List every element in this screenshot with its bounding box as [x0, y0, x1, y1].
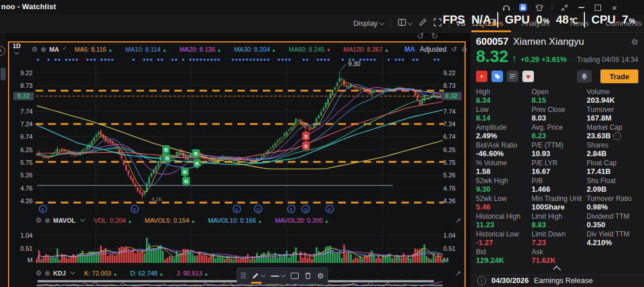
sell-marker[interactable]: S: [302, 140, 310, 150]
field-value: -1.27: [476, 238, 532, 247]
indicator-chip[interactable]: MAVOL20: 0.200▲: [275, 217, 329, 224]
indicator-remove-icon[interactable]: ⊗: [41, 45, 46, 53]
layout-columns-dropdown[interactable]: [398, 19, 412, 28]
chevron-down-icon: [407, 21, 412, 25]
up-triangle-icon: ▲: [108, 48, 112, 53]
indicator-chip[interactable]: VOL: 0.204▲: [94, 217, 132, 224]
adjusted-dropdown[interactable]: Adjusted: [420, 45, 447, 53]
indicator-chip[interactable]: MA120: 8.267▲: [344, 46, 389, 53]
chevron-down-icon[interactable]: [80, 217, 84, 222]
reset-zoom-icon[interactable]: ↺: [451, 45, 457, 53]
trade-button[interactable]: Trade: [600, 69, 638, 83]
quote-settings-icon[interactable]: ⚙: [631, 37, 638, 46]
svg-text:5.75: 5.75: [21, 159, 33, 166]
expand-pane-icon[interactable]: ↗: [455, 216, 461, 224]
zoom-out-icon[interactable]: ⊖: [462, 45, 467, 53]
info-dots-icon[interactable]: ···: [613, 132, 621, 140]
earnings-release-row[interactable]: i 04/30/2026 Earnings Release: [470, 274, 644, 286]
quote-field: P/B1.466: [532, 177, 587, 195]
indicator-chip[interactable]: MAVOL5: 0.154▲: [145, 217, 195, 224]
indicator-chip[interactable]: K: 72.003▲: [84, 270, 118, 277]
cn-market-flag-icon: ★: [476, 71, 487, 82]
chart-panel[interactable]: 1D ⚙ ⊗ MA MA5: 8.116▲MA10: 8.114▲MA20: 8…: [8, 41, 466, 287]
shape-tool-button[interactable]: [291, 273, 299, 279]
corporate-event-marker[interactable]: Q: [302, 205, 310, 213]
display-dropdown[interactable]: Display: [353, 19, 384, 28]
buy-marker[interactable]: B: [181, 168, 189, 178]
svg-text:5.75: 5.75: [443, 159, 455, 166]
field-value: 0.98%: [587, 203, 638, 211]
indicator-chip[interactable]: J: 90.513▲: [177, 270, 209, 277]
indicator-settings-icon[interactable]: ⚙: [36, 216, 42, 224]
field-value: 71.62K: [532, 256, 587, 265]
indicator-name[interactable]: KDJ: [53, 270, 66, 277]
chevron-down-icon[interactable]: [63, 47, 66, 50]
indicator-remove-icon[interactable]: ⊗: [45, 216, 50, 224]
delete-drawing-button[interactable]: [305, 272, 311, 280]
session-timestamp: Trading 04/08 14:34: [577, 56, 638, 65]
indicator-chip[interactable]: MA60: 8.245▼: [289, 46, 331, 53]
svg-text:B: B: [164, 147, 168, 153]
corporate-event-marker[interactable]: E: [288, 205, 295, 213]
corporate-event-marker[interactable]: Q: [255, 205, 262, 213]
svg-text:6.25: 6.25: [443, 146, 455, 153]
main-chart-svg[interactable]: 4.269.30BBBBBBSSEEEQEQE9.229.228.738.737…: [9, 56, 465, 214]
expand-pane-icon[interactable]: ↗: [455, 269, 461, 277]
chart-h-scrollbar[interactable]: [37, 280, 434, 282]
add-panel-icon[interactable]: +: [0, 46, 5, 56]
svg-text:6.25: 6.25: [21, 146, 33, 153]
tag-icon[interactable]: [491, 71, 503, 82]
svg-text:4.26: 4.26: [21, 197, 33, 204]
indicator-settings-icon[interactable]: ⚙: [36, 269, 42, 277]
indicator-chip[interactable]: MAVOL10: 0.166▲: [208, 217, 263, 224]
quote-field: Historical Low-1.27: [476, 230, 532, 248]
favorite-heart-icon[interactable]: ♥: [522, 71, 534, 82]
drawn-level-label: 4.26: [151, 196, 162, 202]
corporate-event-marker[interactable]: E: [131, 205, 139, 213]
current-price-badge: 8.32: [441, 92, 462, 100]
performance-overlay: FPS N/A GPU 0% 48℃ CPU 7%: [443, 11, 635, 28]
timeframe-selector[interactable]: 1D: [13, 42, 21, 56]
buy-marker[interactable]: B: [193, 159, 201, 169]
svg-text:4.76: 4.76: [443, 185, 455, 192]
svg-text:0.51: 0.51: [443, 245, 455, 252]
indicator-chip[interactable]: MA30: 8.204▲: [234, 46, 276, 53]
indicator-remove-icon[interactable]: ⊗: [45, 269, 50, 277]
svg-text:B: B: [194, 151, 198, 157]
up-triangle-icon: ▲: [257, 219, 262, 224]
notes-icon[interactable]: [507, 71, 518, 82]
chevron-down-icon: [281, 272, 286, 277]
alert-bell-button[interactable]: [577, 70, 592, 83]
corporate-event-marker[interactable]: E: [233, 205, 241, 213]
field-label: Limit High: [532, 212, 587, 220]
field-label: Avg. Price: [532, 123, 587, 131]
indicator-chip[interactable]: D: 62.748▲: [130, 270, 164, 277]
indicator-name[interactable]: MA: [49, 46, 59, 53]
sell-marker[interactable]: S: [302, 130, 310, 141]
svg-text:B: B: [183, 169, 187, 175]
field-label: Amplitude: [476, 123, 532, 131]
indicator-chip[interactable]: MA20: 8.136▲: [179, 46, 221, 53]
drag-handle-icon[interactable]: [241, 274, 246, 276]
svg-text:E: E: [290, 207, 292, 212]
pencil-tool-button[interactable]: [252, 272, 265, 280]
field-label: P/E (TTM): [532, 141, 587, 149]
volume-chart-svg[interactable]: 1.041.040.510.51MM: [9, 226, 465, 266]
line-tool-button[interactable]: [271, 274, 285, 278]
fullscreen-button[interactable]: [434, 18, 442, 28]
indicator-chip[interactable]: MA10: 8.114▲: [125, 46, 167, 53]
indicator-name[interactable]: MAVOL: [53, 217, 76, 224]
indicator-settings-icon[interactable]: ⚙: [32, 45, 38, 53]
svg-text:M: M: [443, 257, 448, 263]
field-value: 5.46: [476, 203, 532, 211]
fps-label: FPS: [443, 13, 465, 26]
draw-tool-button[interactable]: [419, 18, 427, 28]
indicator-chip[interactable]: MA5: 8.116▲: [75, 46, 112, 53]
chevron-down-icon[interactable]: [71, 270, 75, 274]
corporate-event-marker[interactable]: E: [40, 205, 47, 213]
corporate-event-marker[interactable]: E: [326, 205, 334, 213]
drawing-settings-button[interactable]: ⚙: [317, 272, 324, 280]
collapse-panel-chevron[interactable]: [553, 265, 561, 273]
rail-handle[interactable]: [1, 68, 6, 80]
field-label: Bid: [476, 248, 532, 256]
